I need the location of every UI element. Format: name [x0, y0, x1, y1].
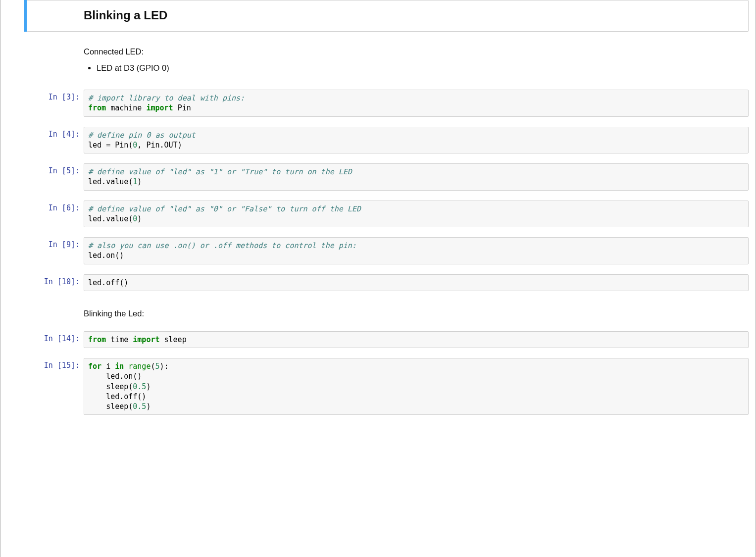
code-input[interactable]: # also you can use .on() or .off methods…: [84, 237, 749, 264]
input-prompt: In [14]:: [0, 331, 84, 345]
prompt-empty: [0, 44, 84, 49]
code-input[interactable]: # define pin 0 as output led = Pin(0, Pi…: [84, 127, 749, 154]
markdown-cell-heading[interactable]: Blinking a LED: [0, 0, 756, 32]
code-cell[interactable]: In [14]: from time import sleep: [0, 329, 756, 351]
input-prompt: In [9]:: [0, 237, 84, 251]
input-prompt: In [4]:: [0, 127, 84, 141]
markdown-cell[interactable]: Blinking the Led:: [0, 304, 756, 324]
code-input[interactable]: # import library to deal with pins: from…: [84, 90, 749, 117]
md-bullet: LED at D3 (GPIO 0): [97, 63, 749, 73]
code-cell[interactable]: In [4]: # define pin 0 as output led = P…: [0, 124, 756, 156]
code-cell[interactable]: In [10]: led.off(): [0, 272, 756, 294]
code-cell[interactable]: In [15]: for i in range(5): led.on() sle…: [0, 355, 756, 417]
code-input[interactable]: led.off(): [84, 274, 749, 291]
notebook-container: Blinking a LED Connected LED: LED at D3 …: [0, 0, 756, 557]
input-prompt: In [10]:: [0, 274, 84, 288]
code-input[interactable]: # define value of "led" as "0" or "False…: [84, 201, 749, 228]
code-input[interactable]: for i in range(5): led.on() sleep(0.5) l…: [84, 358, 749, 415]
input-prompt: In [3]:: [0, 90, 84, 103]
code-cell[interactable]: In [3]: # import library to deal with pi…: [0, 87, 756, 119]
input-prompt: In [6]:: [0, 201, 84, 214]
code-cell[interactable]: In [9]: # also you can use .on() or .off…: [0, 235, 756, 267]
code-input[interactable]: # define value of "led" as "1" or "True"…: [84, 163, 749, 191]
markdown-cell[interactable]: Connected LED: LED at D3 (GPIO 0): [0, 42, 756, 82]
markdown-text: Blinking the Led:: [84, 306, 749, 321]
code-input[interactable]: from time import sleep: [84, 331, 749, 348]
input-prompt: In [15]:: [0, 358, 84, 372]
md-intro: Connected LED:: [84, 47, 144, 56]
code-cell[interactable]: In [5]: # define value of "led" as "1" o…: [0, 161, 756, 193]
heading-text: Blinking a LED: [27, 0, 749, 32]
prompt-empty: [0, 306, 84, 311]
markdown-text: Connected LED: LED at D3 (GPIO 0): [84, 44, 749, 80]
input-prompt: In [5]:: [0, 163, 84, 177]
code-cell[interactable]: In [6]: # define value of "led" as "0" o…: [0, 198, 756, 230]
